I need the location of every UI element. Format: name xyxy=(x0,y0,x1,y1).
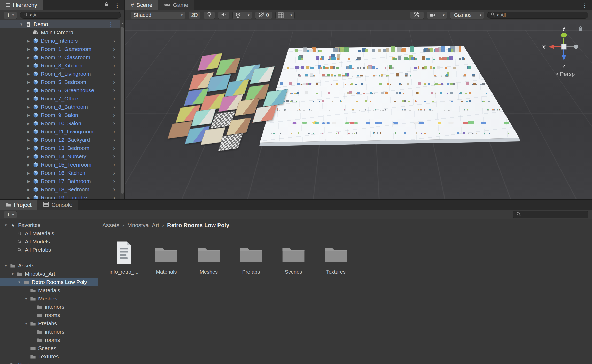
scrollbar-thumb[interactable] xyxy=(121,27,124,194)
axis-x-cone[interactable] xyxy=(549,44,554,49)
open-prefab-arrow-icon[interactable]: › xyxy=(113,186,115,193)
expander-icon[interactable]: ▶ xyxy=(25,89,32,92)
hierarchy-search-input[interactable]: ▾ All xyxy=(20,12,121,19)
tab-scene[interactable]: # Scene xyxy=(125,0,158,10)
asset-item[interactable]: Scenes xyxy=(274,241,313,275)
scene-lighting-toggle[interactable] xyxy=(204,12,215,19)
expander-icon[interactable]: ▶ xyxy=(25,163,32,167)
gizmo-center-cube[interactable] xyxy=(561,44,566,49)
project-tree-item[interactable]: ▼Meshes xyxy=(0,295,98,303)
open-prefab-arrow-icon[interactable]: › xyxy=(113,87,115,93)
expander-icon[interactable]: ▼ xyxy=(9,272,16,276)
project-tree-item[interactable]: rooms xyxy=(0,336,98,344)
project-tree-item[interactable]: Scenes xyxy=(0,344,98,352)
open-prefab-arrow-icon[interactable]: › xyxy=(113,170,115,176)
hierarchy-item[interactable]: ▶Room_6_Greenhouse› xyxy=(0,86,124,94)
open-prefab-arrow-icon[interactable]: › xyxy=(113,96,115,102)
hierarchy-item[interactable]: ▶Room_8_Bathroom› xyxy=(0,103,124,111)
hierarchy-item[interactable]: ▶Room_19_Laundry› xyxy=(0,194,124,199)
expander-icon[interactable]: ▶ xyxy=(25,188,32,192)
lock-icon[interactable] xyxy=(104,2,109,8)
tab-hierarchy[interactable]: ☰ Hierarchy xyxy=(0,0,43,10)
project-tree-item[interactable]: All Prefabs xyxy=(0,246,98,254)
open-prefab-arrow-icon[interactable]: › xyxy=(113,71,115,77)
hierarchy-item[interactable]: ▶Room_7_Office› xyxy=(0,94,124,103)
project-tree-item[interactable]: ▼★Favorites xyxy=(0,221,98,229)
create-object-button[interactable]: + ▾ xyxy=(4,12,17,19)
project-search-input[interactable] xyxy=(513,211,588,218)
project-tree-item[interactable]: ▼Prefabs xyxy=(0,319,98,328)
viewport-lock-icon[interactable] xyxy=(578,26,583,33)
open-prefab-arrow-icon[interactable]: › xyxy=(113,137,115,143)
hierarchy-item[interactable]: ▶Room_16_Kitchen› xyxy=(0,169,124,177)
asset-item[interactable]: Meshes xyxy=(189,241,228,275)
project-tree-item[interactable]: ▼Retro Rooms Low Poly xyxy=(0,278,98,286)
hierarchy-item[interactable]: ▶Room_18_Bedroom› xyxy=(0,185,124,194)
project-tree-item[interactable]: All Models xyxy=(0,238,98,246)
camera-settings-dropdown[interactable]: ▾ xyxy=(427,12,447,19)
hierarchy-item[interactable]: ▶Room_15_Teenroom› xyxy=(0,161,124,169)
open-prefab-arrow-icon[interactable]: › xyxy=(113,46,115,52)
open-prefab-arrow-icon[interactable]: › xyxy=(113,38,115,44)
expander-icon[interactable]: ▶ xyxy=(25,47,32,51)
hierarchy-item[interactable]: ▶Room_9_Salon› xyxy=(0,111,124,119)
open-prefab-arrow-icon[interactable]: › xyxy=(113,195,115,199)
expander-icon[interactable]: ▶ xyxy=(25,64,32,68)
expander-icon[interactable]: ▼ xyxy=(18,22,25,26)
caret-down-icon[interactable]: ▾ xyxy=(288,12,295,19)
hierarchy-item[interactable]: ▶Room_11_Livingroom› xyxy=(0,128,124,136)
project-tree-item[interactable]: ▼Mnostva_Art xyxy=(0,270,98,278)
scene-search-input[interactable]: ▾ All xyxy=(487,12,588,19)
hierarchy-more-icon[interactable]: ⋮ xyxy=(114,2,120,8)
expander-icon[interactable]: ▶ xyxy=(25,105,32,109)
open-prefab-arrow-icon[interactable]: › xyxy=(113,54,115,60)
tab-console[interactable]: Console xyxy=(37,200,78,210)
expander-icon[interactable]: ▶ xyxy=(25,56,32,59)
projection-label[interactable]: Persp xyxy=(560,71,575,77)
expander-icon[interactable]: ▶ xyxy=(25,196,32,200)
scene-audio-toggle[interactable] xyxy=(218,12,229,19)
persp-toggle-icon[interactable]: < xyxy=(556,71,559,77)
hierarchy-item[interactable]: ▶Room_5_Bedroom› xyxy=(0,78,124,86)
shading-mode-dropdown[interactable]: Shaded ▾ xyxy=(131,12,185,19)
expander-icon[interactable]: ▼ xyxy=(23,322,29,326)
open-prefab-arrow-icon[interactable]: › xyxy=(113,129,115,135)
axis-z-cone[interactable] xyxy=(562,55,566,60)
scene-tools-button[interactable] xyxy=(410,12,424,19)
asset-item[interactable]: Prefabs xyxy=(231,241,271,275)
open-prefab-arrow-icon[interactable]: › xyxy=(113,104,115,110)
hierarchy-item[interactable]: ▶Room_14_Nursery› xyxy=(0,152,124,161)
open-prefab-arrow-icon[interactable]: › xyxy=(113,79,115,85)
gizmos-dropdown[interactable]: Gizmos ▾ xyxy=(450,12,484,19)
expander-icon[interactable]: ▶ xyxy=(3,363,9,364)
axis-neg-handle[interactable] xyxy=(574,45,578,49)
expander-icon[interactable]: ▼ xyxy=(3,223,9,227)
expander-icon[interactable]: ▶ xyxy=(25,72,32,76)
expander-icon[interactable]: ▶ xyxy=(25,171,32,175)
project-tree-item[interactable]: All Materials xyxy=(0,229,98,238)
asset-item[interactable]: info_retro_... xyxy=(104,241,144,275)
project-tree-item[interactable]: Textures xyxy=(0,352,98,361)
open-prefab-arrow-icon[interactable]: › xyxy=(113,145,115,151)
expander-icon[interactable]: ▼ xyxy=(3,264,9,268)
caret-down-icon[interactable]: ▾ xyxy=(477,12,484,19)
window-more-icon[interactable]: ⋮ xyxy=(581,2,588,8)
hierarchy-item[interactable]: ▶Room_1_Gameroom› xyxy=(0,45,124,53)
caret-down-icon[interactable]: ▾ xyxy=(440,12,447,19)
scene-more-icon[interactable]: ⋮ xyxy=(108,21,114,27)
breadcrumb-item[interactable]: Mnostva_Art xyxy=(127,222,159,229)
expander-icon[interactable]: ▶ xyxy=(25,179,32,183)
hierarchy-item[interactable]: Main Camera xyxy=(0,28,124,37)
project-tree-item[interactable]: rooms xyxy=(0,311,98,319)
tab-game[interactable]: Game xyxy=(158,0,194,10)
axis-y-handle[interactable] xyxy=(561,33,567,37)
project-tree-item[interactable]: interiors xyxy=(0,328,98,336)
grid-visibility-dropdown[interactable]: ▾ xyxy=(275,12,295,19)
scene-header-row[interactable]: ▼ Demo ⋮ xyxy=(0,20,124,28)
expander-icon[interactable]: ▶ xyxy=(25,39,32,43)
expander-icon[interactable]: ▶ xyxy=(25,146,32,150)
hierarchy-item[interactable]: ▶Demo_Interiors› xyxy=(0,37,124,45)
hierarchy-scrollbar[interactable]: ▲ xyxy=(120,20,124,199)
open-prefab-arrow-icon[interactable]: › xyxy=(113,153,115,160)
scroll-up-icon[interactable]: ▲ xyxy=(120,22,124,25)
